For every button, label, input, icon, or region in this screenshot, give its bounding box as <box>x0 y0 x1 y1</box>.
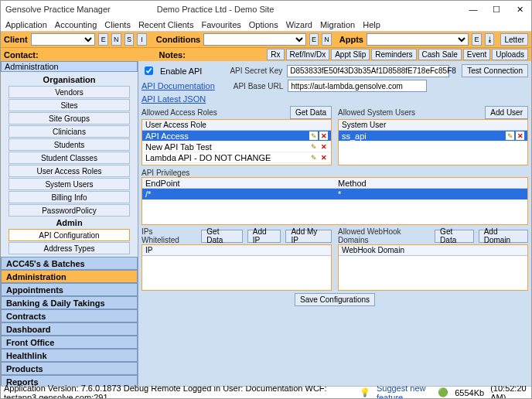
delete-icon[interactable]: ✕ <box>516 131 524 140</box>
roles-row-0-label: API Access <box>145 131 189 141</box>
client-select[interactable] <box>31 33 96 46</box>
stack-banking[interactable]: Banking & Daily Takings <box>1 296 138 309</box>
roles-list[interactable]: User Access Role API Access ✎✕ New API T… <box>142 119 332 165</box>
toolbar-e[interactable]: E <box>98 33 108 46</box>
baseurl-value[interactable]: https://aut-lambda.gensolve.com <box>288 80 427 92</box>
cond-e[interactable]: E <box>309 33 319 46</box>
menu-help[interactable]: Help <box>363 20 380 29</box>
save-configurations-button[interactable]: Save Configurations <box>295 293 375 306</box>
appts-e-icon[interactable]: E <box>472 33 482 46</box>
ips-title: IPs Whitelisted <box>142 227 192 244</box>
adduser-button[interactable]: Add User <box>485 106 528 119</box>
addmyip-button[interactable]: Add My IP <box>285 230 332 243</box>
stack-acc45[interactable]: ACC45's & Batches <box>1 257 138 270</box>
minimize-icon[interactable]: — <box>466 4 480 15</box>
menubar: Application Accounting Clients Recent Cl… <box>1 18 531 32</box>
memory-icon: 🟢 <box>438 387 448 397</box>
priv-title: API Privileges <box>142 169 189 177</box>
nav-site-groups[interactable]: Site Groups <box>9 112 130 124</box>
users-list[interactable]: System User ss_api ✎✕ <box>338 119 528 165</box>
btn-rx[interactable]: Rx <box>267 49 284 60</box>
menu-accounting[interactable]: Accounting <box>55 20 97 29</box>
menu-favourites[interactable]: Favourites <box>201 20 240 29</box>
download-icon[interactable]: ⭳ <box>485 33 495 46</box>
nav-user-access-roles[interactable]: User Access Roles <box>9 165 130 177</box>
menu-migration[interactable]: Migration <box>320 20 355 29</box>
roles-row-0[interactable]: API Access ✎✕ <box>142 131 331 142</box>
stack-administration[interactable]: Administration <box>1 270 138 283</box>
btn-event[interactable]: Event <box>463 49 491 60</box>
nav-sites[interactable]: Sites <box>9 99 130 111</box>
ips-list[interactable]: IP <box>142 244 332 291</box>
nav-password-policy[interactable]: PasswordPolicy <box>9 204 130 217</box>
toolbar-i[interactable]: I <box>137 33 147 46</box>
edit-icon[interactable]: ✎ <box>309 142 318 151</box>
users-col: System User <box>339 120 527 131</box>
cond-n[interactable]: N <box>322 33 332 46</box>
nav-api-configuration[interactable]: API Configuration <box>9 229 130 241</box>
nav-billing-info[interactable]: Billing Info <box>9 191 130 203</box>
webhook-title: Allowed WebHook Domains <box>338 227 425 244</box>
users-row-0-label: ss_api <box>342 131 367 141</box>
menu-recent-clients[interactable]: Recent Clients <box>138 20 194 29</box>
roles-row-1[interactable]: New API Tab Test ✎✕ <box>142 142 331 152</box>
letter-button[interactable]: Letter <box>500 33 528 46</box>
conditions-label: Conditions <box>156 35 200 44</box>
nav-student-classes[interactable]: Student Classes <box>9 152 130 164</box>
test-connection-button[interactable]: Test Connection <box>462 64 528 77</box>
menu-clients[interactable]: Clients <box>104 20 131 29</box>
menu-wizard[interactable]: Wizard <box>286 20 312 29</box>
secret-value[interactable]: D853833fE50f43D3b35Af1D8588fE718eFc85F8 <box>287 65 449 77</box>
nav-header: Administration <box>1 61 138 72</box>
edit-icon[interactable]: ✎ <box>309 131 318 140</box>
nav-vendors[interactable]: Vendors <box>9 86 130 98</box>
secret-label: API Secret Key <box>230 66 282 75</box>
btn-reminders[interactable]: Reminders <box>371 49 416 60</box>
roles-row-2[interactable]: Lambda API - DO NOT CHANGE ✎✕ <box>142 152 331 163</box>
api-doc-link[interactable]: API Documentation <box>142 81 215 90</box>
stack-contracts[interactable]: Contracts <box>1 309 138 322</box>
api-json-link[interactable]: API Latest JSON <box>142 94 206 104</box>
stack-dashboard[interactable]: Dashboard <box>1 322 138 336</box>
webhook-getdata-button[interactable]: Get Data <box>435 230 474 243</box>
statusbar: Application Version: 7.6.0.1873 Debug Re… <box>1 386 531 398</box>
menu-options[interactable]: Options <box>249 20 278 29</box>
webhook-list[interactable]: WebHook Domain <box>338 244 528 291</box>
roles-title: Allowed Access Roles <box>142 108 217 117</box>
delete-icon[interactable]: ✕ <box>319 142 328 151</box>
toolbar: Client E N S I Conditions E N Appts E ⭳ … <box>1 32 531 47</box>
stack-appointments[interactable]: Appointments <box>1 283 138 296</box>
maximize-icon[interactable]: ☐ <box>489 4 503 15</box>
conditions-select[interactable] <box>203 33 305 46</box>
ips-col: IP <box>142 245 331 256</box>
toolbar-s[interactable]: S <box>124 33 135 46</box>
btn-ref[interactable]: Ref/Inv/Dx <box>286 49 330 60</box>
stack-healthlink[interactable]: Healthlink <box>1 349 138 362</box>
nav-address-types[interactable]: Address Types <box>9 242 130 254</box>
btn-cash-sale[interactable]: Cash Sale <box>418 49 462 60</box>
edit-icon[interactable]: ✎ <box>309 153 318 162</box>
roles-getdata-button[interactable]: Get Data <box>290 106 332 119</box>
priv-row[interactable]: /* * <box>142 189 527 200</box>
btn-appt-slip[interactable]: Appt Slip <box>331 49 370 60</box>
main-area: Administration Organisation Vendors Site… <box>1 61 531 386</box>
btn-uploads[interactable]: Uploads <box>492 49 528 60</box>
delete-icon[interactable]: ✕ <box>319 153 328 162</box>
ips-getdata-button[interactable]: Get Data <box>201 230 243 243</box>
addip-button[interactable]: Add IP <box>247 230 281 243</box>
appts-select[interactable] <box>367 33 469 46</box>
stack-products[interactable]: Products <box>1 362 138 375</box>
delete-icon[interactable]: ✕ <box>319 131 328 140</box>
nav-students[interactable]: Students <box>9 138 130 151</box>
nav-clinicians[interactable]: Clinicians <box>9 125 130 138</box>
menu-application[interactable]: Application <box>5 20 47 29</box>
users-row-0[interactable]: ss_api ✎✕ <box>339 131 527 142</box>
enable-api-checkbox[interactable] <box>145 66 153 75</box>
close-icon[interactable]: ✕ <box>513 4 527 15</box>
stack-front-office[interactable]: Front Office <box>1 336 138 349</box>
adddomain-button[interactable]: Add Domain <box>479 230 528 243</box>
toolbar-n[interactable]: N <box>111 33 121 46</box>
nav-system-users[interactable]: System Users <box>9 178 130 190</box>
users-title: Allowed System Users <box>338 108 415 117</box>
edit-icon[interactable]: ✎ <box>506 131 514 140</box>
